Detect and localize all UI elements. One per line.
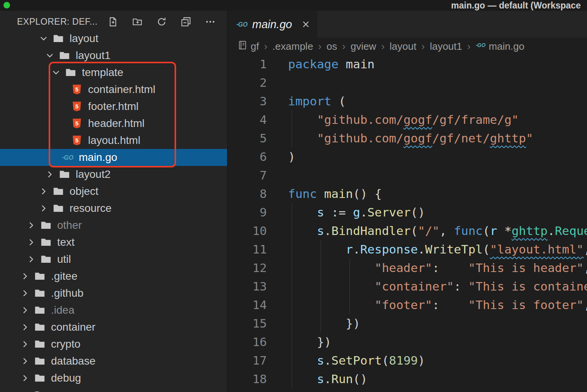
tree-item-resource[interactable]: resource — [0, 200, 227, 217]
refresh-icon[interactable] — [156, 17, 167, 27]
folder-icon — [59, 50, 73, 61]
tree-item-hidden[interactable] — [0, 387, 227, 392]
tree-item-label: debug — [51, 372, 81, 384]
code-text: ) — [267, 147, 295, 166]
code-line[interactable]: 2 — [227, 73, 587, 92]
code-line[interactable]: 19} — [227, 388, 587, 392]
line-number: 1 — [227, 55, 267, 73]
code-line[interactable]: 4 "github.com/gogf/gf/frame/g" — [227, 110, 587, 129]
breadcrumb-label: main.go — [489, 41, 524, 52]
tree-item-label: layout2 — [76, 168, 110, 181]
code-line[interactable]: 12 "header": "This is header", — [227, 259, 587, 277]
tree-item-main.go[interactable]: GOmain.go — [0, 149, 227, 166]
tree-item-container[interactable]: container — [0, 319, 227, 336]
tree-item-debug[interactable]: debug — [0, 370, 227, 387]
tree-item-template[interactable]: template — [0, 64, 227, 81]
breadcrumb-label: .example — [272, 41, 313, 52]
code-line[interactable]: 5 "github.com/gogf/gf/net/ghttp" — [227, 129, 587, 147]
chevron-right-icon — [20, 288, 34, 298]
new-file-icon[interactable] — [108, 17, 118, 27]
html-icon: 5 — [71, 101, 86, 112]
breadcrumb-layout[interactable]: layout — [390, 41, 416, 52]
folder-icon — [40, 220, 55, 231]
code-line[interactable]: 9 s := g.Server() — [227, 203, 587, 221]
tree-item-container.html[interactable]: 5container.html — [0, 81, 227, 98]
code-line[interactable]: 10 s.BindHandler("/", func(r *ghttp.Requ… — [227, 221, 587, 240]
tree-item-text[interactable]: text — [0, 234, 227, 251]
breadcrumb-layout1[interactable]: layout1 — [430, 41, 462, 52]
tree-item-footer.html[interactable]: 5footer.html — [0, 98, 227, 115]
code-line[interactable]: 7 — [227, 166, 587, 184]
code-text: s := g.Server() — [267, 203, 425, 221]
line-number: 19 — [227, 388, 267, 392]
close-icon[interactable] — [300, 19, 311, 30]
tree-item-label: .idea — [51, 304, 75, 316]
tree-item-layout.html[interactable]: 5layout.html — [0, 132, 227, 149]
new-folder-icon[interactable] — [132, 17, 143, 27]
traffic-light-icon[interactable] — [3, 2, 10, 8]
tree-item-.idea[interactable]: .idea — [0, 302, 227, 319]
code-text: "github.com/gogf/gf/net/ghttp" — [267, 129, 533, 147]
code-line[interactable]: 18 s.Run() — [227, 370, 587, 388]
chevron-right-icon — [20, 373, 34, 383]
breadcrumb-main.go[interactable]: GOmain.go — [475, 40, 524, 53]
code-line[interactable]: 8func main() { — [227, 184, 587, 203]
tree-item-util[interactable]: util — [0, 251, 227, 268]
tree-item-.github[interactable]: .github — [0, 285, 227, 302]
code-line[interactable]: 15 }) — [227, 314, 587, 333]
breadcrumb-label: os — [327, 41, 337, 52]
code-text: "header": "This is header", — [267, 259, 587, 277]
tab-bar: GO main.go — [227, 11, 587, 38]
tree-item-database[interactable]: database — [0, 353, 227, 370]
tree-item-object[interactable]: object — [0, 183, 227, 200]
line-number: 9 — [227, 203, 267, 221]
code-text: func main() { — [267, 184, 382, 203]
code-text: r.Response.WriteTpl("layout.html", g.Map… — [267, 240, 587, 259]
code-line[interactable]: 3import ( — [227, 92, 587, 110]
chevron-right-icon — [20, 305, 34, 315]
breadcrumb-gf[interactable]: gf — [238, 40, 259, 53]
code-line[interactable]: 14 "footer": "This is footer", — [227, 296, 587, 314]
breadcrumb-gview[interactable]: gview — [351, 41, 376, 52]
tab-main-go[interactable]: GO main.go — [227, 11, 317, 38]
tree-item-layout2[interactable]: layout2 — [0, 166, 227, 183]
code-text: s.BindHandler("/", func(r *ghttp.Request… — [267, 221, 587, 240]
svg-text:5: 5 — [75, 120, 78, 127]
sidebar-actions — [108, 17, 215, 27]
breadcrumb-label: layout — [390, 41, 416, 52]
folder-icon — [34, 372, 49, 384]
more-icon[interactable] — [205, 17, 215, 27]
svg-text:5: 5 — [75, 103, 78, 110]
code-area[interactable]: 1package main23import (4 "github.com/gog… — [227, 55, 587, 392]
tree-item-.gitee[interactable]: .gitee — [0, 268, 227, 285]
line-number: 10 — [227, 221, 267, 240]
tree-item-layout[interactable]: layout — [0, 30, 227, 47]
code-line[interactable]: 6) — [227, 147, 587, 166]
tree-item-label: resource — [70, 202, 112, 215]
breadcrumb-.example[interactable]: .example — [272, 41, 313, 52]
breadcrumb-os[interactable]: os — [327, 41, 337, 52]
collapse-all-icon[interactable] — [181, 17, 191, 27]
breadcrumb-label: gf — [251, 41, 259, 52]
tree-item-crypto[interactable]: crypto — [0, 336, 227, 353]
tree-item-layout1[interactable]: layout1 — [0, 47, 227, 64]
book-icon — [238, 40, 248, 53]
html-icon: 5 — [71, 84, 86, 95]
folder-icon — [53, 186, 67, 197]
folder-icon — [40, 237, 55, 248]
tree-item-label: header.html — [88, 117, 144, 130]
code-text: "github.com/gogf/gf/frame/g" — [267, 110, 519, 129]
code-line[interactable]: 1package main — [227, 55, 587, 73]
go-icon: GO — [475, 40, 485, 53]
code-line[interactable]: 11 r.Response.WriteTpl("layout.html", g.… — [227, 240, 587, 259]
code-line[interactable]: 16 }) — [227, 333, 587, 351]
chevron-right-icon — [39, 186, 53, 196]
code-line[interactable]: 17 s.SetPort(8199) — [227, 351, 587, 370]
tree-item-label: template — [82, 66, 123, 79]
breadcrumb-label: gview — [351, 41, 376, 52]
html-icon: 5 — [71, 118, 86, 129]
tree-item-header.html[interactable]: 5header.html — [0, 115, 227, 132]
tree-item-other[interactable]: other — [0, 217, 227, 234]
code-line[interactable]: 13 "container": "This is container", — [227, 277, 587, 296]
chevron-right-icon — [26, 254, 40, 264]
